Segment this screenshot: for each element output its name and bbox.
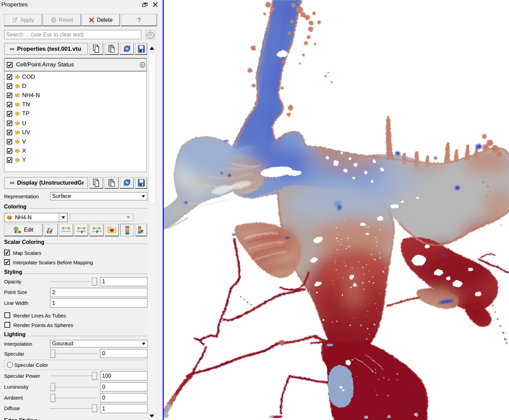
svg-text:e: e	[141, 228, 143, 234]
svg-text:2: 2	[50, 228, 53, 233]
svg-text:c: c	[81, 229, 83, 234]
svg-text:c: c	[48, 226, 50, 231]
